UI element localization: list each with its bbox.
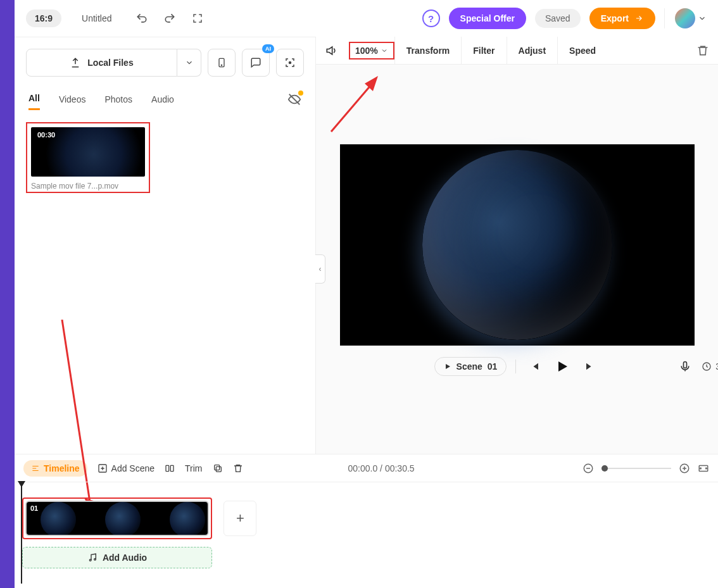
local-files-label: Local Files — [87, 58, 133, 68]
export-label: Export — [601, 13, 629, 23]
timeline-track-area: 01 + Add Audio — [15, 482, 718, 588]
chevron-down-icon — [185, 58, 194, 67]
aspect-ratio-pill[interactable]: 16:9 — [26, 9, 61, 27]
volume-icon[interactable] — [325, 44, 337, 57]
visibility-toggle[interactable] — [287, 92, 301, 106]
project-title[interactable]: Untitled — [82, 13, 111, 23]
trash-icon — [233, 463, 243, 473]
saved-status: Saved — [535, 9, 581, 28]
media-panel: Local Files AI All Videos — [15, 37, 315, 454]
minus-circle-icon — [583, 463, 594, 474]
add-scene-label: Add Scene — [111, 463, 155, 473]
special-offer-button[interactable]: Special Offer — [449, 8, 526, 29]
zoom-out-button[interactable] — [583, 463, 594, 474]
add-audio-label: Add Audio — [103, 553, 147, 563]
zoom-value: 100% — [355, 46, 378, 56]
media-clip-highlight: 00:30 Sample mov file 7...p.mov — [26, 122, 150, 193]
mobile-preview-button[interactable] — [208, 49, 236, 77]
svg-marker-7 — [365, 76, 378, 91]
chevron-down-icon — [698, 14, 707, 23]
tool-transform[interactable]: Transform — [394, 37, 461, 65]
timeline-tab[interactable]: Timeline — [23, 460, 87, 477]
svg-rect-8 — [684, 361, 687, 368]
arrow-right-icon — [634, 14, 644, 23]
svg-rect-14 — [214, 465, 219, 470]
add-scene-tile[interactable]: + — [224, 501, 256, 536]
music-icon — [87, 553, 98, 563]
chevron-down-icon — [381, 47, 388, 54]
scene-label: Scene — [457, 361, 482, 372]
tab-photos[interactable]: Photos — [104, 89, 132, 109]
tool-adjust[interactable]: Adjust — [507, 37, 558, 65]
svg-point-2 — [289, 62, 291, 64]
fit-icon — [698, 463, 709, 474]
tool-filter[interactable]: Filter — [461, 37, 506, 65]
next-button[interactable] — [581, 357, 600, 376]
zoom-in-button[interactable] — [679, 463, 690, 474]
ai-badge: AI — [262, 44, 274, 53]
split-icon — [165, 463, 175, 473]
phone-icon — [217, 56, 227, 70]
record-voiceover-button[interactable] — [679, 360, 691, 373]
left-app-strip — [0, 0, 15, 588]
svg-rect-11 — [166, 465, 169, 471]
focus-button[interactable] — [276, 49, 304, 77]
upload-icon — [70, 57, 81, 68]
fit-width-button[interactable] — [698, 463, 709, 474]
chat-icon — [250, 57, 261, 68]
tool-speed[interactable]: Speed — [557, 37, 607, 65]
svg-line-6 — [331, 80, 375, 132]
redo-icon[interactable] — [160, 9, 179, 28]
playback-bar: Scene 01 — [340, 357, 695, 376]
fullscreen-icon[interactable] — [188, 9, 207, 28]
scene-selector[interactable]: Scene 01 — [434, 357, 507, 376]
play-icon — [555, 359, 570, 374]
media-clip-thumbnail[interactable]: 00:30 — [31, 127, 145, 177]
playhead[interactable] — [21, 482, 22, 584]
tab-audio[interactable]: Audio — [151, 89, 174, 109]
timeline-scene-highlight: 01 — [22, 497, 212, 539]
local-files-dropdown[interactable] — [177, 49, 201, 77]
preview-canvas[interactable] — [340, 144, 695, 346]
zoom-dropdown[interactable]: 100% — [349, 42, 394, 59]
split-button[interactable] — [165, 463, 175, 473]
copy-icon — [213, 463, 223, 473]
clip-filename: Sample mov file 7...p.mov — [31, 182, 145, 191]
zoom-slider[interactable] — [601, 468, 671, 469]
timeline-timecode: 00:00.0 / 00:30.5 — [348, 463, 415, 473]
trim-button[interactable]: Trim — [185, 463, 202, 473]
local-files-button[interactable]: Local Files — [26, 49, 177, 77]
help-icon[interactable]: ? — [422, 9, 440, 27]
skip-forward-icon — [584, 361, 596, 372]
collapse-panel-tab[interactable]: ‹ — [315, 254, 325, 284]
scene-frame — [105, 502, 141, 536]
tab-all[interactable]: All — [28, 88, 40, 110]
duplicate-button[interactable] — [213, 463, 223, 473]
duration-value: 30.5s — [715, 361, 718, 372]
tab-videos[interactable]: Videos — [59, 89, 86, 109]
clip-duration: 00:30 — [37, 131, 55, 139]
account-menu[interactable] — [664, 8, 707, 28]
add-audio-button[interactable]: Add Audio — [22, 547, 212, 568]
delete-button[interactable] — [696, 44, 709, 57]
timeline-scene-number: 01 — [30, 504, 38, 512]
add-scene-button[interactable]: Add Scene — [98, 463, 155, 473]
scene-number: 01 — [488, 361, 498, 372]
timeline-icon — [31, 464, 40, 473]
svg-point-18 — [89, 560, 91, 561]
scene-duration: 30.5s — [702, 361, 718, 372]
plus-circle-icon — [679, 463, 690, 474]
delete-scene-button[interactable] — [233, 463, 243, 473]
comment-button[interactable]: AI — [242, 49, 270, 77]
undo-icon[interactable] — [132, 9, 151, 28]
focus-icon — [284, 57, 296, 68]
svg-point-19 — [94, 558, 96, 560]
scene-frame — [41, 502, 76, 536]
timeline-toolbar: Timeline Add Scene Trim 00:00.0 / 00:30.… — [15, 454, 718, 482]
timeline-scene-01[interactable]: 01 — [25, 501, 209, 536]
svg-point-1 — [221, 65, 222, 65]
play-button[interactable] — [553, 357, 572, 376]
trim-label: Trim — [185, 463, 202, 473]
prev-button[interactable] — [525, 357, 544, 376]
export-button[interactable]: Export — [589, 8, 655, 29]
